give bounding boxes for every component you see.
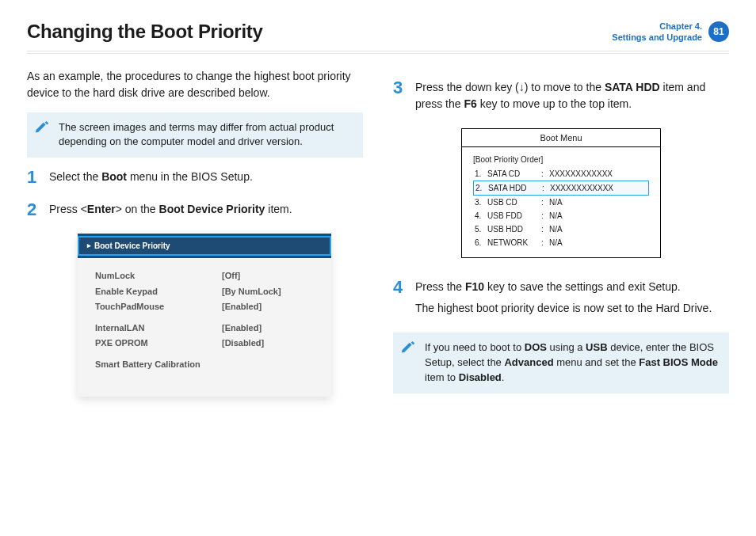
page-number-badge: 81 bbox=[708, 21, 729, 42]
bios-rows-3: Smart Battery Calibration bbox=[95, 358, 320, 371]
bios-row: TouchPadMouse[Enabled] bbox=[95, 300, 320, 314]
bios-boot-device-box: Boot Device Priority NumLock[Off]Enable … bbox=[78, 234, 331, 397]
column-right: 3 Press the down key (↓) to move to the … bbox=[393, 68, 729, 405]
boot-menu-row: 5.USB HDD:N/A bbox=[473, 222, 649, 236]
content-columns: As an example, the procedures to change … bbox=[27, 68, 729, 405]
bios-rows-2: InternalLAN[Enabled]PXE OPROM[Disabled] bbox=[95, 321, 320, 350]
note-icon bbox=[399, 340, 417, 358]
note2-text: If you need to boot to DOS using a USB d… bbox=[425, 341, 718, 383]
chapter-line1: Chapter 4. bbox=[612, 21, 702, 32]
step-3-text: Press the down key (↓) to move to the SA… bbox=[415, 79, 729, 117]
boot-menu-box: Boot Menu [Boot Priority Order] 1.SATA C… bbox=[461, 128, 661, 259]
step-1: 1 Select the Boot menu in the BIOS Setup… bbox=[27, 169, 363, 190]
step-number-2: 2 bbox=[27, 201, 41, 222]
step-2-text: Press <Enter> on the Boot Device Priorit… bbox=[49, 201, 363, 222]
boot-menu-row: 3.USB CD:N/A bbox=[473, 196, 649, 209]
step-1-text: Select the Boot menu in the BIOS Setup. bbox=[49, 169, 363, 190]
chapter-label: Chapter 4. Settings and Upgrade 81 bbox=[612, 21, 729, 44]
boot-menu-title: Boot Menu bbox=[462, 129, 660, 148]
boot-menu-row: 1.SATA CD:XXXXXXXXXXXX bbox=[473, 167, 649, 181]
boot-menu-body: [Boot Priority Order] 1.SATA CD:XXXXXXXX… bbox=[462, 147, 660, 257]
bios-rows-1: NumLock[Off]Enable Keypad[By NumLock]Tou… bbox=[95, 269, 320, 314]
bios-row: NumLock[Off] bbox=[95, 269, 320, 283]
step-number-1: 1 bbox=[27, 169, 41, 190]
step-number-4: 4 bbox=[393, 279, 407, 321]
bios-row: PXE OPROM[Disabled] bbox=[95, 336, 320, 350]
boot-menu-label: [Boot Priority Order] bbox=[473, 154, 649, 165]
header-divider bbox=[27, 51, 729, 54]
bios-box-header-wrap: Boot Device Priority bbox=[78, 234, 331, 258]
bios-box-body: NumLock[Off]Enable Keypad[By NumLock]Tou… bbox=[78, 258, 331, 378]
note-box-1: The screen images and terms may differ f… bbox=[27, 112, 363, 158]
page-header: Changing the Boot Priority Chapter 4. Se… bbox=[27, 21, 729, 44]
step-3: 3 Press the down key (↓) to move to the … bbox=[393, 79, 729, 117]
chapter-line2: Settings and Upgrade bbox=[612, 32, 702, 43]
bios-row: Enable Keypad[By NumLock] bbox=[95, 285, 320, 298]
column-left: As an example, the procedures to change … bbox=[27, 68, 363, 405]
intro-text: As an example, the procedures to change … bbox=[27, 68, 363, 101]
page-root: Changing the Boot Priority Chapter 4. Se… bbox=[0, 0, 756, 536]
note-box-2: If you need to boot to DOS using a USB d… bbox=[393, 333, 729, 393]
bios-row: Smart Battery Calibration bbox=[95, 358, 320, 371]
bios-row: InternalLAN[Enabled] bbox=[95, 321, 320, 335]
boot-menu-row: 6.NETWORK:N/A bbox=[473, 236, 649, 249]
note-icon bbox=[33, 120, 51, 138]
step-2: 2 Press <Enter> on the Boot Device Prior… bbox=[27, 201, 363, 222]
boot-menu-row: 2.SATA HDD:XXXXXXXXXXXX bbox=[473, 181, 649, 196]
step-4: 4 Press the F10 key to save the settings… bbox=[393, 279, 729, 321]
bios-box-header: Boot Device Priority bbox=[78, 236, 331, 256]
note1-text: The screen images and terms may differ f… bbox=[59, 121, 334, 148]
step-number-3: 3 bbox=[393, 79, 407, 117]
step-4-text: Press the F10 key to save the settings a… bbox=[415, 279, 729, 321]
boot-menu-row: 4.USB FDD:N/A bbox=[473, 209, 649, 222]
boot-menu-items: 1.SATA CD:XXXXXXXXXXXX2.SATA HDD:XXXXXXX… bbox=[473, 167, 649, 249]
page-title: Changing the Boot Priority bbox=[27, 21, 263, 43]
